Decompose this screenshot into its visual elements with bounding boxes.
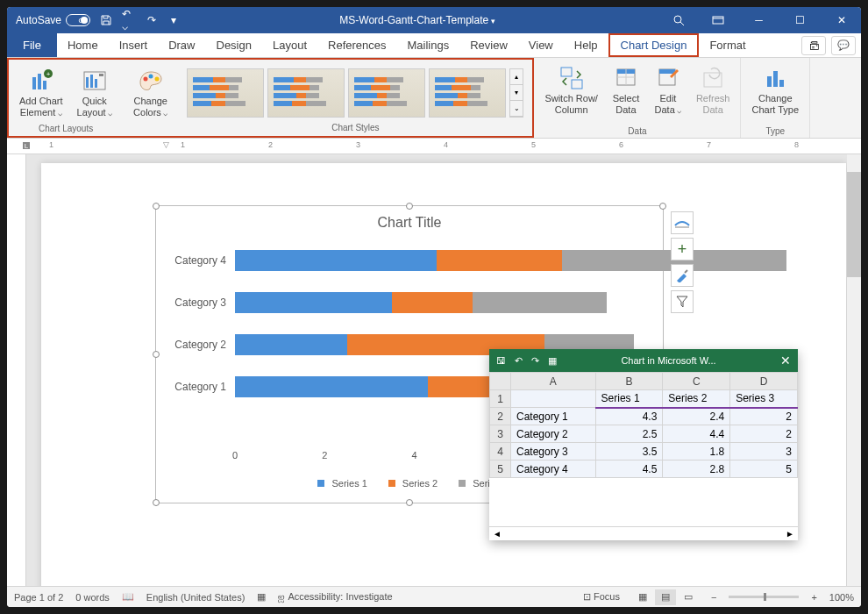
minimize-icon[interactable]: ─: [739, 7, 779, 33]
chart-styles-icon[interactable]: [671, 264, 694, 287]
zoom-out-button[interactable]: −: [711, 592, 716, 603]
gallery-nav[interactable]: ▴▾⌄: [509, 68, 523, 118]
excel-title-bar[interactable]: 🖫 ↶ ↷ ▦ Chart in Microsoft W... ✕: [489, 349, 798, 372]
cell[interactable]: 4.3: [595, 408, 663, 425]
tab-format[interactable]: Format: [699, 33, 756, 57]
excel-grid-icon[interactable]: ▦: [548, 355, 557, 367]
undo-icon[interactable]: ↶ ⌵: [122, 13, 136, 27]
row-header[interactable]: 1: [490, 390, 511, 408]
read-mode-icon[interactable]: ▦: [632, 589, 653, 605]
cell[interactable]: 2: [730, 408, 798, 425]
bar-segment[interactable]: [473, 292, 607, 313]
excel-grid[interactable]: ABCD1Series 1Series 2Series 32Category 1…: [489, 372, 798, 526]
accessibility-indicator[interactable]: ஐ Accessibility: Investigate: [278, 591, 392, 603]
bar-segment[interactable]: [235, 292, 392, 313]
quick-layout-button[interactable]: Quick Layout: [72, 64, 118, 122]
ribbon-display-icon[interactable]: [698, 7, 737, 33]
search-icon[interactable]: [658, 7, 698, 33]
bar-row[interactable]: Category 4: [235, 239, 637, 282]
edit-data-button[interactable]: Edit Data: [649, 61, 687, 119]
maximize-icon[interactable]: ☐: [780, 7, 820, 33]
switch-row-column-button[interactable]: Switch Row/ Column: [539, 61, 603, 119]
zoom-slider[interactable]: [729, 596, 799, 598]
cell[interactable]: 4.5: [595, 460, 663, 478]
chart-elements-icon[interactable]: +: [671, 238, 694, 261]
row-header[interactable]: 4: [490, 443, 511, 460]
bar-segment[interactable]: [392, 292, 473, 313]
bar-row[interactable]: Category 3: [235, 282, 637, 324]
excel-close-icon[interactable]: ✕: [780, 353, 791, 368]
tab-review[interactable]: Review: [459, 33, 518, 57]
excel-scrollbar[interactable]: ◄►: [489, 526, 798, 540]
excel-undo-icon[interactable]: ↶: [515, 355, 523, 367]
excel-data-window[interactable]: 🖫 ↶ ↷ ▦ Chart in Microsoft W... ✕ ABCD1S…: [489, 349, 798, 540]
style-thumb[interactable]: [267, 68, 345, 118]
bar-segment[interactable]: [235, 250, 437, 271]
col-header[interactable]: C: [663, 373, 730, 390]
cell[interactable]: Series 2: [663, 390, 730, 408]
tab-references[interactable]: References: [317, 33, 396, 57]
focus-mode-button[interactable]: ⊡ Focus: [583, 591, 620, 603]
cell[interactable]: Series 3: [730, 390, 798, 408]
cell[interactable]: 2.8: [663, 460, 730, 478]
cell[interactable]: 2.4: [663, 408, 730, 425]
bar-segment[interactable]: [235, 334, 347, 355]
add-chart-element-button[interactable]: + Add Chart Element: [14, 64, 68, 122]
web-layout-icon[interactable]: ▭: [678, 589, 699, 605]
cell[interactable]: [511, 390, 596, 408]
chart-styles-gallery[interactable]: ▴▾⌄: [183, 65, 527, 121]
tab-file[interactable]: File: [7, 33, 57, 57]
chart-filters-icon[interactable]: [671, 290, 694, 313]
resize-handle[interactable]: [153, 499, 160, 506]
row-header[interactable]: 3: [490, 425, 511, 443]
excel-save-icon[interactable]: 🖫: [496, 355, 506, 367]
cell[interactable]: 3.5: [595, 443, 663, 460]
cell[interactable]: Category 3: [511, 443, 596, 460]
tab-well[interactable]: L: [23, 142, 30, 149]
vertical-scrollbar[interactable]: [847, 154, 861, 586]
legend-item[interactable]: Series 1: [310, 478, 366, 489]
document-title[interactable]: MS-Word-Gantt-Chart-Template: [339, 14, 494, 26]
close-icon[interactable]: ✕: [822, 7, 861, 33]
macro-icon[interactable]: ▦: [257, 591, 266, 603]
tab-mailings[interactable]: Mailings: [397, 33, 460, 57]
bar-segment[interactable]: [437, 250, 562, 271]
word-count[interactable]: 0 words: [75, 592, 110, 603]
tab-layout[interactable]: Layout: [262, 33, 317, 57]
cell[interactable]: 4.4: [663, 425, 730, 443]
comments-icon[interactable]: 💬: [831, 36, 856, 55]
tab-home[interactable]: Home: [57, 33, 109, 57]
row-header[interactable]: 2: [490, 408, 511, 425]
chart-title[interactable]: Chart Title: [156, 206, 663, 239]
change-chart-type-button[interactable]: Change Chart Type: [746, 61, 804, 119]
resize-handle[interactable]: [659, 203, 666, 210]
excel-redo-icon[interactable]: ↷: [531, 355, 539, 367]
cell[interactable]: 3: [730, 443, 798, 460]
col-header[interactable]: A: [511, 373, 596, 390]
cell[interactable]: 2: [730, 425, 798, 443]
tab-view[interactable]: View: [518, 33, 564, 57]
resize-handle[interactable]: [153, 203, 160, 210]
layout-options-icon[interactable]: [671, 211, 694, 234]
corner-cell[interactable]: [490, 373, 511, 390]
save-icon[interactable]: [99, 13, 113, 27]
row-header[interactable]: 5: [490, 460, 511, 478]
cell[interactable]: Category 4: [511, 460, 596, 478]
cell[interactable]: 5: [730, 460, 798, 478]
tab-insert[interactable]: Insert: [109, 33, 159, 57]
redo-icon[interactable]: ↷: [145, 13, 159, 27]
cell[interactable]: Category 2: [511, 425, 596, 443]
style-thumb[interactable]: [348, 68, 425, 118]
cell[interactable]: Category 1: [511, 408, 596, 425]
print-layout-icon[interactable]: ▤: [655, 589, 676, 605]
tab-design[interactable]: Design: [206, 33, 262, 57]
spell-check-icon[interactable]: 📖: [122, 591, 134, 603]
style-thumb[interactable]: [187, 68, 264, 118]
cell[interactable]: Series 1: [595, 390, 663, 408]
col-header[interactable]: B: [595, 373, 663, 390]
page-indicator[interactable]: Page 1 of 2: [14, 592, 63, 603]
zoom-level[interactable]: 100%: [829, 592, 854, 603]
legend-item[interactable]: Series 2: [381, 478, 438, 489]
resize-handle[interactable]: [406, 499, 413, 506]
autosave-toggle[interactable]: AutoSave Off: [16, 14, 90, 26]
